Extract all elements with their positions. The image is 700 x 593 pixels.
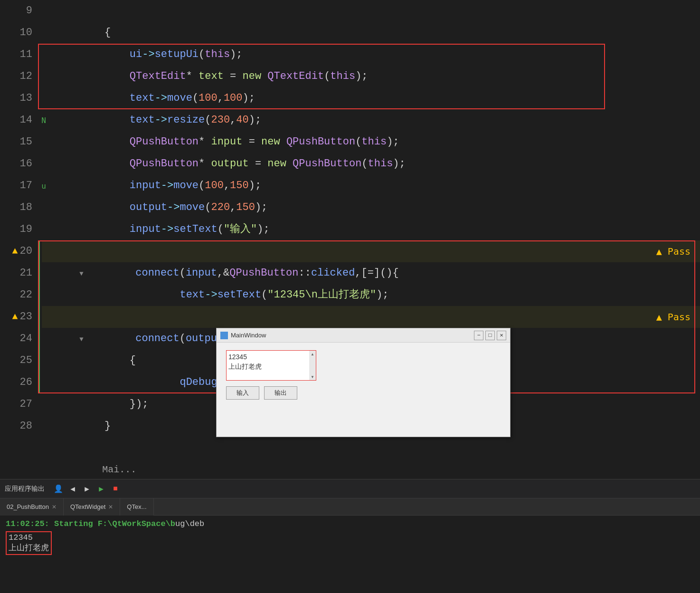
output-line-time: 11:02:25: Starting F:\QtWorkSpace\bug\de… [6,519,694,528]
back-icon[interactable]: ◀ [67,484,78,494]
output-12345: 12345 [9,533,33,542]
text-line-1: 12345 [228,353,262,362]
code-line-29: Mai... [42,437,700,459]
output-btn[interactable]: 输出 [264,386,297,400]
code-line-10: ui->setupUi(this); [42,22,700,44]
panel-toolbar: 应用程序输出 👤 ◀ ▶ ▶ ■ [0,479,700,498]
popup-titlebar: MainWindow − □ ✕ [217,328,510,343]
popup-controls: − □ ✕ [474,331,506,340]
panel-output: 11:02:25: Starting F:\QtWorkSpace\bug\de… [0,516,700,559]
code-line-16: input->move(100,150); [42,153,700,175]
popup-title: MainWindow [231,332,471,339]
person-icon[interactable]: 👤 [53,484,64,494]
code-line-21: text->setText("12345\n上山打老虎"); [42,262,700,284]
scrollbar[interactable]: ▲ ▼ [309,351,316,380]
popup-maximize-btn[interactable]: □ [485,331,495,340]
tabs-bar: 02_PushButton ✕ QTextWidget ✕ QTex... [0,498,700,516]
line-numbers: 9 10 11 12 13 14 15 16 17 18 19 ▲ 20 21 … [0,0,38,479]
warning-icon-23: ▲ [12,306,18,328]
forward-icon[interactable]: ▶ [82,484,92,494]
tab-pushbutton[interactable]: 02_PushButton ✕ [0,498,64,516]
green-border-line [38,240,40,393]
text-line-2: 上山打老虎 [228,362,262,372]
code-line-19: output->setText("输出"); [42,219,700,240]
warning-icon-20: ▲ [12,240,18,262]
code-line-15: QPushButton* output = new QPushButton(th… [42,131,700,153]
output-line-1: 12345 上山打老虎 [6,531,694,555]
scroll-up-arrow[interactable]: ▲ [309,351,316,357]
tab-pushbutton-close[interactable]: ✕ [52,504,57,510]
code-line-14: QPushButton* input = new QPushButton(thi… [42,109,700,131]
code-line-17: output->move(220,150); [42,175,700,197]
code-line-9: { [42,0,700,22]
panel-title: 应用程序输出 [5,485,45,493]
output-time-text: 11:02:25: Starting F:\QtWorkSpace\b [6,519,175,528]
popup-body: 12345 上山打老虎 ▲ ▼ 输入 输出 [217,343,510,407]
code-line-22: }); [42,284,700,306]
popup-buttons: 输入 输出 [226,386,501,400]
text-area-container: 12345 上山打老虎 ▲ ▼ [226,350,501,381]
output-result-box: 12345 上山打老虎 [6,531,52,555]
tab-qtextwidget-label: QTextWidget [70,503,105,510]
mainwindow-popup: MainWindow − □ ✕ 12345 上山打老虎 ▲ ▼ [216,328,511,437]
code-line-18: input->setText("输入"); [42,197,700,219]
stop-icon[interactable]: ■ [110,484,121,494]
output-time-suffix: ug\deb [175,519,204,528]
tab-qtex-label: QTex... [127,503,146,510]
tab-qtex[interactable]: QTex... [120,498,153,516]
bottom-panel: 应用程序输出 👤 ◀ ▶ ▶ ■ 02_PushButton ✕ QTextWi… [0,479,700,593]
tab-qtextwidget-close[interactable]: ✕ [108,504,113,510]
code-line-23: ▼ connect(output,&QPushButton::clicked,[… [42,306,700,328]
scroll-down-arrow[interactable]: ▼ [309,373,316,380]
input-btn[interactable]: 输入 [226,386,259,400]
tab-qtextwidget[interactable]: QTextWidget ✕ [64,498,120,516]
text-area-content: 12345 上山打老虎 [228,353,262,371]
text-area-widget[interactable]: 12345 上山打老虎 ▲ ▼ [226,350,316,381]
play-icon[interactable]: ▶ [96,484,106,494]
popup-app-icon [220,332,228,339]
code-line-12: text->move(100,100); [42,66,700,87]
tab-pushbutton-label: 02_PushButton [7,503,49,510]
code-line-20: ▼ connect(input,&QPushButton::clicked,[=… [42,240,700,262]
code-line-11: QTextEdit* text = new QTextEdit(this); [42,44,700,66]
code-line-13: text->resize(230,40); [42,87,700,109]
output-chinese: 上山打老虎 [9,544,49,553]
popup-close-btn[interactable]: ✕ [497,331,506,340]
popup-minimize-btn[interactable]: − [474,331,483,340]
